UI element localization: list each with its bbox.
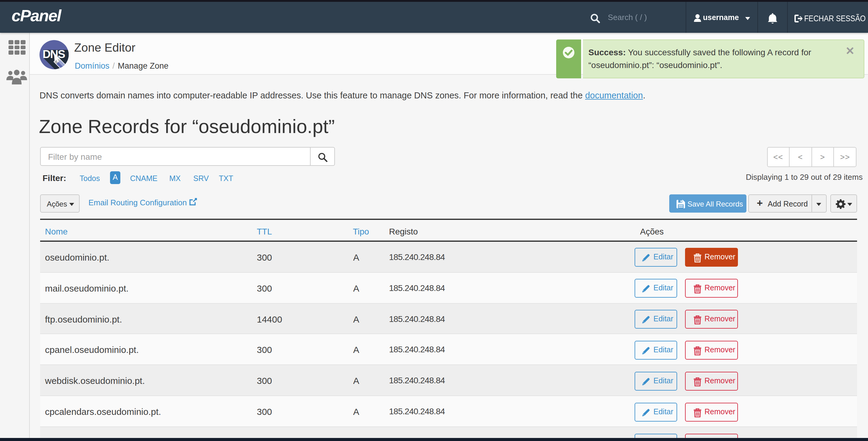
svg-text:DNS: DNS [42, 48, 65, 60]
